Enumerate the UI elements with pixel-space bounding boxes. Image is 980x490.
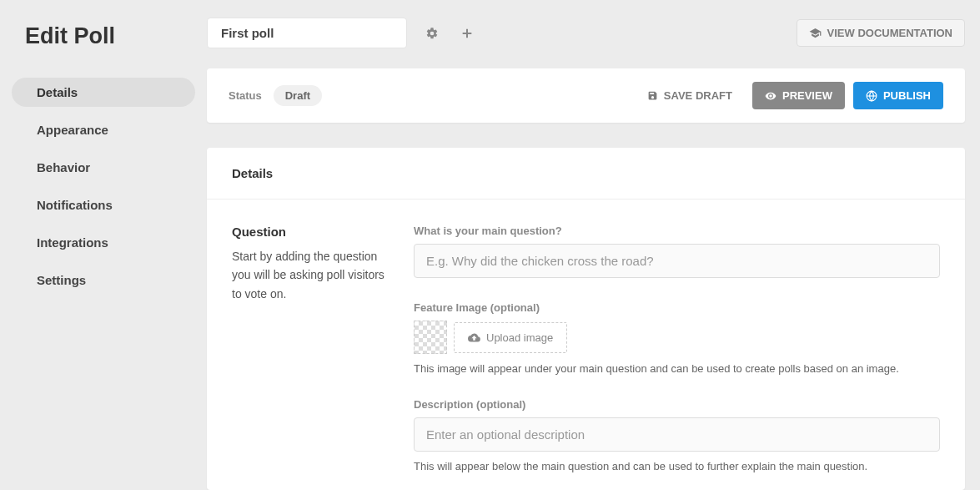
feature-image-thumbnail[interactable] [414,321,447,354]
question-section: Question Start by adding the question yo… [232,225,414,472]
details-card: Details Question Start by adding the que… [207,148,965,490]
cloud-upload-icon [468,331,480,344]
globe-icon [866,90,877,102]
sidebar-item-integrations[interactable]: Integrations [12,228,195,257]
sidebar-item-notifications[interactable]: Notifications [12,190,195,220]
page-title: Edit Poll [25,23,182,49]
main: First poll VIEW DOCUMENTATION Status Dra… [207,0,980,490]
main-question-label: What is your main question? [414,225,940,237]
sidebar: Edit Poll Details Appearance Behavior No… [0,0,207,490]
description-input[interactable] [414,417,940,452]
button-label: VIEW DOCUMENTATION [827,27,952,39]
feature-image-label: Feature Image (optional) [414,301,940,314]
description-help: This will appear below the main question… [414,460,940,472]
description-label: Description (optional) [414,398,940,411]
poll-tab[interactable]: First poll [207,18,407,48]
preview-button[interactable]: PREVIEW [752,82,845,109]
view-documentation-button[interactable]: VIEW DOCUMENTATION [797,19,965,47]
question-section-title: Question [232,225,397,239]
gear-icon[interactable] [422,23,442,43]
sidebar-item-settings[interactable]: Settings [12,265,195,295]
status-badge: Draft [274,85,322,106]
card-header: Details [207,148,965,200]
publish-button[interactable]: PUBLISH [853,82,943,109]
button-label: PREVIEW [782,89,832,102]
question-section-desc: Start by adding the question you will be… [232,247,397,303]
nav-list: Details Appearance Behavior Notification… [12,78,195,295]
plus-icon[interactable] [457,23,477,43]
main-question-input[interactable] [414,244,940,278]
save-icon [647,90,658,101]
upload-image-button[interactable]: Upload image [454,322,567,353]
status-card: Status Draft SAVE DRAFT PREVIEW PUBLISH [207,68,965,123]
sidebar-item-details[interactable]: Details [12,78,195,107]
topbar: First poll VIEW DOCUMENTATION [207,18,965,48]
save-draft-button[interactable]: SAVE DRAFT [636,83,744,109]
sidebar-item-appearance[interactable]: Appearance [12,115,195,144]
button-label: Upload image [486,331,553,344]
status-label: Status [229,89,262,102]
graduation-cap-icon [809,27,822,39]
button-label: SAVE DRAFT [664,89,732,102]
feature-image-help: This image will appear under your main q… [414,362,940,375]
eye-icon [765,90,776,102]
sidebar-item-behavior[interactable]: Behavior [12,153,195,182]
button-label: PUBLISH [883,89,931,102]
